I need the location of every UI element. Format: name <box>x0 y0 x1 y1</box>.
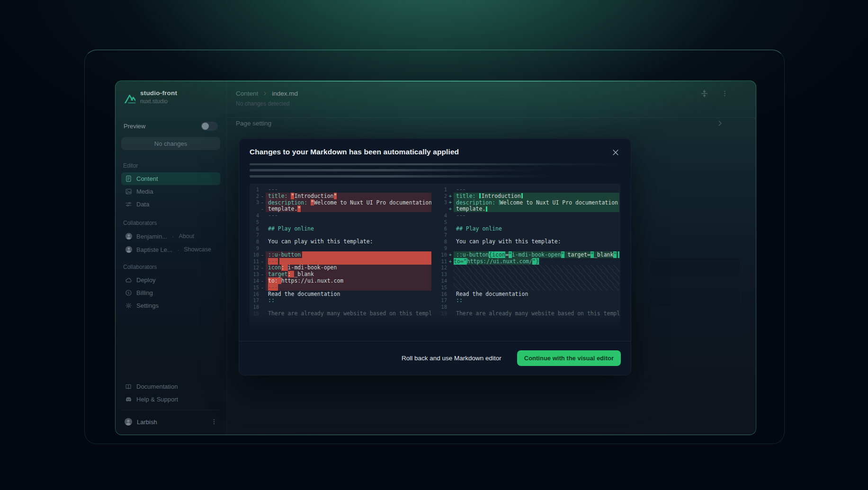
diff-marker: - <box>259 193 266 199</box>
diff-row: -template." <box>250 205 431 212</box>
line-number: 1 <box>250 187 259 192</box>
skeleton-bar <box>250 163 637 165</box>
line-number: 19 <box>438 311 447 316</box>
diff-pane-before[interactable]: 1---2-title: "Introduction"3-description… <box>250 186 431 329</box>
quote-removed-marker <box>521 193 523 198</box>
code-line <box>266 232 431 239</box>
line-number: 1 <box>438 187 447 192</box>
sidebar-item-documentation[interactable]: Documentation <box>121 380 220 393</box>
change-status: No changes detected <box>236 100 745 107</box>
code-line <box>266 219 431 225</box>
quote-removed-marker <box>486 206 487 212</box>
page-setting-row[interactable]: Page setting <box>236 120 745 127</box>
breadcrumb-file[interactable]: index.md <box>272 90 298 97</box>
diff-row: 16Read the documentation <box>250 291 431 297</box>
avatar <box>125 246 133 253</box>
diff-marker: - <box>259 285 266 290</box>
code-line <box>454 265 619 271</box>
sidebar: studio-front nuxt.studio Preview No chan… <box>116 81 227 435</box>
code-line: to="https://ui.nuxt.com/"} <box>454 258 619 265</box>
quote-removed-marker <box>499 200 500 205</box>
sidebar-item-content[interactable]: Content <box>121 172 220 185</box>
code-line: --- <box>266 186 431 193</box>
diff-line-fill <box>279 258 431 265</box>
line-number: 15 <box>250 285 259 290</box>
collaborators-list: Benjamin...·AboutBaptiste Le...·Showcase <box>121 230 220 256</box>
sidebar-item-label: Settings <box>136 302 159 309</box>
header-kebab-icon[interactable] <box>721 90 728 97</box>
diff-row: 17:: <box>438 297 619 304</box>
code-line: Read the documentation <box>454 291 619 297</box>
collaborator-page[interactable]: Showcase <box>184 246 211 253</box>
rollback-button[interactable]: Roll back and use Markdown editor <box>399 354 504 362</box>
diff-row: 8You can play with this template: <box>438 238 619 245</box>
section-label-editor: Editor <box>123 162 218 169</box>
sidebar-item-deploy[interactable]: Deploy <box>121 274 220 286</box>
gear-icon <box>125 302 132 309</box>
code-line <box>454 277 619 284</box>
sidebar-item-data[interactable]: Data <box>121 198 220 211</box>
diff-row: 18 <box>438 303 619 310</box>
line-number: 18 <box>438 304 447 310</box>
sidebar-item-media[interactable]: Media <box>121 185 220 198</box>
code-line: ::u-button <box>266 251 302 258</box>
cloud-icon <box>125 276 132 284</box>
sidebar-item-settings[interactable]: Settings <box>121 299 220 312</box>
user-menu[interactable]: Larbish <box>121 415 220 429</box>
line-number: 14 <box>250 278 259 284</box>
ghost-row <box>650 258 740 276</box>
code-line <box>454 245 619 251</box>
sidebar-item-label: Billing <box>136 289 153 296</box>
breadcrumb-section[interactable]: Content <box>236 90 258 97</box>
line-number: 5 <box>250 219 259 225</box>
markdown-diff: 1---2-title: "Introduction"3-description… <box>250 184 620 329</box>
line-number: 4 <box>438 213 447 218</box>
line-number: 10 <box>250 252 259 258</box>
sidebar-item-billing[interactable]: $Billing <box>121 286 220 299</box>
sidebar-item-label: Help & Support <box>136 396 178 403</box>
diff-row: 3+description: Welcome to Nuxt UI Pro do… <box>438 199 619 206</box>
image-icon <box>125 188 132 195</box>
line-number: 13 <box>438 271 447 277</box>
project-switcher[interactable]: studio-front nuxt.studio <box>121 89 220 106</box>
diff-pane-after[interactable]: 1---2+title: Introduction3+description: … <box>438 186 619 329</box>
page-setting-chevron-icon[interactable] <box>716 120 745 127</box>
user-kebab-icon[interactable] <box>211 419 217 425</box>
quote-removed-marker <box>479 193 481 198</box>
diff-row: 10-::u-button <box>250 251 431 258</box>
diff-row: 15---- <box>250 284 431 291</box>
skeleton-bar <box>250 175 562 178</box>
line-number: 8 <box>438 239 447 244</box>
line-number: 10 <box>438 252 447 258</box>
sidebar-item-label: Data <box>136 201 149 208</box>
modal-footer: Roll back and use Markdown editor Contin… <box>239 341 631 375</box>
collapse-vertical-icon[interactable] <box>700 89 709 98</box>
collaborator-name: Benjamin... <box>136 233 167 240</box>
code-line: --- <box>454 186 619 193</box>
line-number: 14 <box>438 278 447 284</box>
collaborator-row[interactable]: Benjamin...·About <box>121 230 220 243</box>
line-number: 19 <box>250 311 259 316</box>
diff-row: 17:: <box>250 297 431 304</box>
code-line: description: Welcome to Nuxt UI Pro docu… <box>454 199 619 206</box>
no-changes-button[interactable]: No changes <box>121 137 220 150</box>
diff-row: 19There are already many website based o… <box>438 310 619 317</box>
collaborator-page[interactable]: About <box>179 233 194 240</box>
line-number: 2 <box>438 193 447 199</box>
continue-button[interactable]: Continue with the visual editor <box>517 350 621 366</box>
collaborator-row[interactable]: Baptiste Le...·Showcase <box>121 243 220 256</box>
sidebar-item-help-support[interactable]: Help & Support <box>121 393 220 406</box>
diff-row: 18 <box>250 303 431 310</box>
diff-row: 11+to="https://ui.nuxt.com/"} <box>438 258 619 265</box>
user-name: Larbish <box>137 419 157 426</box>
code-line <box>454 232 619 239</box>
nuxt-studio-logo-icon <box>123 91 135 103</box>
sidebar-item-label: Documentation <box>136 383 178 390</box>
preview-toggle[interactable] <box>201 122 218 131</box>
close-icon[interactable] <box>611 148 620 157</box>
code-line: title: "Introduction" <box>266 193 431 199</box>
sidebar-item-label: Deploy <box>136 276 155 284</box>
sidebar-item-label: Media <box>136 188 153 195</box>
code-line: description: "Welcome to Nuxt UI Pro doc… <box>266 199 431 206</box>
line-number: 12 <box>438 265 447 270</box>
